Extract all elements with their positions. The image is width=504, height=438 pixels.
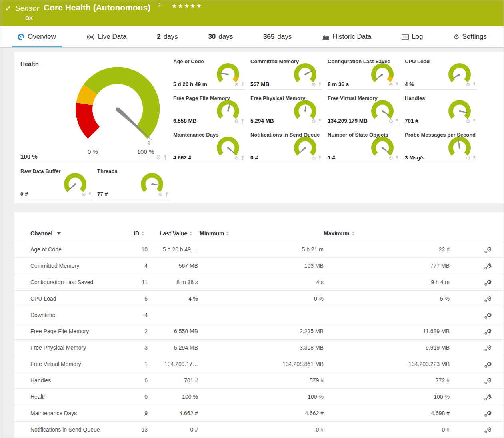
column-header-id[interactable]: ID [134,226,152,241]
channel-settings-icon[interactable]: ⚙⚙ [487,279,492,286]
cell-minimum: 103 MB [200,258,324,274]
tile-actions: ⚙ [234,119,244,124]
tab-2-days[interactable]: 2 days [151,26,183,47]
gear-icon[interactable]: ⚙ [466,155,470,161]
channel-settings-icon[interactable]: ⚙⚙ [487,328,492,335]
cell-last-value: 4 % [152,291,200,307]
table-row: Free Physical Memory 3 5.294 MB 3.308 MB… [14,340,504,356]
cell-channel: Downtime [14,307,134,323]
cell-minimum: 0 # [200,422,324,438]
channel-settings-icon[interactable]: ⚙⚙ [487,393,492,400]
pin-icon[interactable] [318,119,322,124]
gauge-tile-free-physical-memory[interactable]: Free Physical Memory 5.294 MB ⚙ [250,93,322,126]
log-icon [402,34,409,40]
gauge-value: 5 d 20 h 49 m [173,81,207,87]
cell-last-value: 6.558 MB [152,323,200,340]
channel-settings-icon[interactable]: ⚙⚙ [487,360,492,368]
gear-icon[interactable]: ⚙ [466,119,470,124]
pin-icon[interactable] [318,82,322,87]
cell-id: 13 [134,422,152,438]
pin-icon[interactable] [241,82,244,87]
tile-actions: ⚙ [466,82,476,87]
tile-actions: ⚙ [388,82,399,87]
pin-icon[interactable] [163,155,168,160]
gear-icon[interactable]: ⚙ [466,82,470,87]
gear-icon[interactable]: ⚙ [156,155,161,160]
tile-actions: ⚙ [234,155,244,161]
channel-settings-icon[interactable]: ⚙⚙ [487,311,492,319]
health-gauge-tile[interactable]: Health x̄ 0 % 100 % 100 % ⚙ [20,56,168,163]
gauge-tile-configuration-last-saved[interactable]: Configuration Last Saved 8 m 36 s ⚙ [328,56,400,90]
gauge-tile-handles[interactable]: Handles 701 # ⚙ [405,93,477,126]
gear-icon[interactable]: ⚙ [234,119,239,124]
pin-icon[interactable] [472,119,476,124]
gauge-tile-committed-memory[interactable]: Committed Memory 567 MB ⚙ [250,56,322,90]
column-header-channel[interactable]: Channel [14,226,134,241]
tab-label: Historic Data [332,33,371,41]
gear-icon[interactable]: ⚙ [234,82,239,87]
gauge-tile-raw-data-buffer[interactable]: Raw Data Buffer 0 # ⚙ [20,166,92,199]
channel-settings-icon[interactable]: ⚙⚙ [487,246,492,253]
channel-settings-icon[interactable]: ⚙⚙ [487,295,492,302]
cell-maximum: 22 d [324,241,450,258]
pin-icon[interactable] [318,156,322,161]
gear-icon[interactable]: ⚙ [311,155,316,161]
column-header-minimum[interactable]: Minimum [200,226,324,241]
tab-historic-data[interactable]: Historic Data [316,26,377,47]
tab-live-data[interactable]: Live Data [81,26,132,47]
pin-icon[interactable] [241,156,244,161]
gear-icon[interactable]: ⚙ [311,119,316,124]
check-icon: ✓ [5,4,12,13]
channel-table: Channel ID Last Value Minimum Maximum Ag… [14,226,504,438]
channel-settings-icon[interactable]: ⚙⚙ [487,410,492,417]
tab-label: days [218,33,233,41]
gauge-tile-maintenance-days[interactable]: Maintenance Days 4.662 # ⚙ [173,130,245,163]
gauge-tile-threads[interactable]: Threads 77 # ⚙ [97,166,169,199]
gauge-tile-age-of-code[interactable]: Age of Code 5 d 20 h 49 m ⚙ [173,56,245,90]
cell-minimum: 3.308 MB [200,340,324,356]
pin-icon[interactable] [395,156,399,161]
pin-icon[interactable] [88,192,92,197]
cell-maximum: 5 % [324,291,450,307]
cell-channel: Health [14,389,134,405]
gear-icon[interactable]: ⚙ [388,119,393,124]
tab-overview[interactable]: Overview [12,26,62,47]
pin-icon[interactable] [395,82,399,87]
sort-icon [189,231,192,235]
gear-icon[interactable]: ⚙ [388,82,393,87]
gear-icon[interactable]: ⚙ [234,155,239,161]
column-header-maximum[interactable]: Maximum [324,226,450,241]
channel-settings-icon[interactable]: ⚙⚙ [487,426,492,433]
gear-icon[interactable]: ⚙ [158,192,163,197]
gauge-tile-notifications-in-send-queue[interactable]: Notifications in Send Queue 0 # ⚙ [250,130,322,163]
tab-30-days[interactable]: 30 days [202,26,238,47]
gear-icon[interactable]: ⚙ [81,192,86,197]
priority-stars[interactable]: ★★★★★ [172,2,202,10]
tile-actions: ⚙ [158,192,168,197]
cell-id: 11 [134,274,152,291]
channel-settings-icon[interactable]: ⚙⚙ [487,262,492,269]
table-row: CPU Load 5 4 % 0 % 5 % ⚙⚙ [14,291,504,307]
flag-icon[interactable]: ⚐ [158,2,163,8]
pin-icon[interactable] [241,119,244,124]
pin-icon[interactable] [165,192,168,197]
gauge-tile-cpu-load[interactable]: CPU Load 4 % ⚙ [405,56,477,90]
pin-icon[interactable] [472,156,476,161]
pin-icon[interactable] [395,119,399,124]
gauge-tile-number-of-state-objects[interactable]: Number of State Objects 1 # ⚙ [328,130,400,163]
cell-last-value: 134.209.17… [152,356,200,372]
tab-settings[interactable]: ⚙ Settings [448,26,492,47]
channel-settings-icon[interactable]: ⚙⚙ [487,344,492,351]
gear-icon[interactable]: ⚙ [311,82,316,87]
tab-log[interactable]: Log [396,26,428,47]
gauge-tile-free-page-file-memory[interactable]: Free Page File Memory 6.558 MB ⚙ [173,93,245,126]
tab-365-days[interactable]: 365 days [258,26,297,47]
channel-settings-icon[interactable]: ⚙⚙ [487,377,492,384]
gauge-value: 5.294 MB [250,118,274,124]
gear-icon[interactable]: ⚙ [388,155,393,161]
tile-actions: ⚙ [311,155,322,161]
gauge-tile-probe-messages-per-second[interactable]: Probe Messages per Second 3 Msg/s ⚙ [405,130,477,163]
column-header-last-value[interactable]: Last Value [152,226,200,241]
gauge-tile-free-virtual-memory[interactable]: Free Virtual Memory 134.209.179 MB ⚙ [328,93,400,126]
pin-icon[interactable] [472,82,476,87]
